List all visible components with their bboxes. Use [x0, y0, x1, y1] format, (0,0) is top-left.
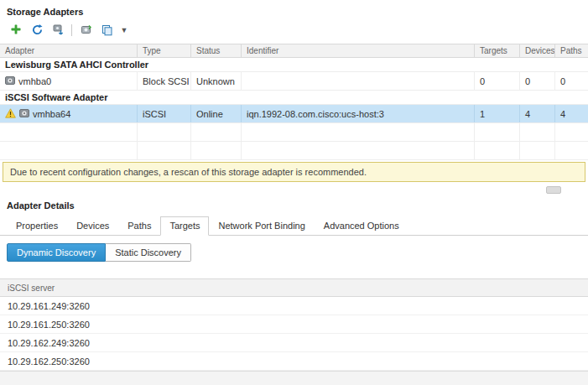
static-discovery-button[interactable]: Static Discovery: [106, 243, 191, 262]
iscsi-server-row[interactable]: 10.29.162.249:3260: [0, 334, 588, 352]
storage-adapters-panel: Storage Adapters: [0, 0, 588, 197]
adapter-row-vmhba64[interactable]: vmhba64 iSCSI Online iqn.1992-08.com.cis…: [0, 105, 588, 123]
iscsi-server-row[interactable]: 10.29.161.249:3260: [0, 297, 588, 315]
column-header-targets[interactable]: Targets: [475, 44, 520, 57]
warning-banner-text: Due to recent configuration changes, a r…: [10, 167, 367, 177]
rescan-storage-icon: [52, 23, 65, 38]
add-adapter-button[interactable]: [8, 23, 23, 38]
discovery-toggle: Dynamic Discovery Static Discovery: [7, 243, 191, 262]
toolbar-separator: [71, 24, 72, 36]
adapter-identifier: iqn.1992-08.com.cisco:ucs-host:3: [242, 105, 475, 122]
copy-icon: [101, 23, 113, 38]
adapter-group-iscsi: iSCSI Software Adapter: [0, 91, 588, 105]
bottom-panel-strip: [0, 371, 588, 385]
adapter-status: Unknown: [191, 72, 242, 90]
refresh-icon: [31, 23, 44, 38]
adapter-icon: [19, 108, 29, 120]
iscsi-server-row[interactable]: 10.29.162.250:3260: [0, 352, 588, 371]
adapter-identifier: [242, 72, 475, 90]
warning-icon: [5, 108, 16, 120]
column-header-paths[interactable]: Paths: [555, 44, 588, 57]
chevron-down-icon: ▼: [121, 27, 128, 34]
adapter-name: vmhba0: [18, 76, 51, 86]
adapter-name: vmhba64: [33, 109, 70, 119]
column-header-adapter[interactable]: Adapter: [0, 44, 138, 57]
adapter-type: iSCSI: [138, 105, 191, 122]
rescan-adapter-icon: [80, 23, 92, 38]
adapter-group-lewisburg: Lewisburg SATA AHCI Controller: [0, 58, 588, 72]
adapter-icon: [5, 75, 15, 87]
adapter-paths: 4: [555, 105, 588, 122]
adapter-devices: 4: [520, 105, 555, 122]
panel-title: Storage Adapters: [0, 0, 588, 21]
column-header-iscsi-server[interactable]: iSCSI server: [0, 278, 588, 297]
rescan-adapter-button[interactable]: [78, 23, 93, 38]
tab-advanced-options[interactable]: Advanced Options: [315, 216, 408, 236]
adapters-table-header: Adapter Type Status Identifier Targets D…: [0, 44, 588, 58]
refresh-button[interactable]: [29, 23, 44, 38]
tab-properties[interactable]: Properties: [7, 216, 67, 236]
empty-row: [0, 142, 588, 160]
empty-row: [0, 123, 588, 142]
tab-devices[interactable]: Devices: [67, 216, 118, 236]
rescan-storage-button[interactable]: [50, 23, 65, 38]
adapters-table: Adapter Type Status Identifier Targets D…: [0, 44, 588, 160]
column-header-type[interactable]: Type: [138, 44, 191, 57]
adapter-type: Block SCSI: [138, 72, 191, 90]
iscsi-server-table: iSCSI server 10.29.161.249:3260 10.29.16…: [0, 278, 588, 371]
column-header-status[interactable]: Status: [191, 44, 242, 57]
panel-splitter: [0, 182, 588, 197]
iscsi-server-row[interactable]: 10.29.161.250:3260: [0, 315, 588, 334]
adapter-row-vmhba0[interactable]: vmhba0 Block SCSI Unknown 0 0 0: [0, 72, 588, 91]
details-title: Adapter Details: [0, 197, 588, 215]
rescan-warning-banner: Due to recent configuration changes, a r…: [3, 162, 585, 182]
tab-paths[interactable]: Paths: [118, 216, 160, 236]
splitter-grip[interactable]: [546, 186, 561, 194]
adapter-status: Online: [191, 105, 242, 122]
adapter-paths: 0: [555, 72, 588, 90]
copy-dropdown-button[interactable]: ▼: [120, 23, 128, 38]
adapter-devices: 0: [520, 72, 555, 90]
toolbar: ▼: [0, 21, 588, 44]
column-header-devices[interactable]: Devices: [520, 44, 555, 57]
column-header-identifier[interactable]: Identifier: [242, 44, 475, 57]
dynamic-discovery-button[interactable]: Dynamic Discovery: [7, 243, 106, 262]
tab-targets[interactable]: Targets: [160, 216, 209, 236]
details-tabs: Properties Devices Paths Targets Network…: [0, 215, 588, 236]
tab-network-port-binding[interactable]: Network Port Binding: [209, 216, 314, 236]
add-adapter-icon: [10, 23, 22, 37]
adapter-targets: 1: [475, 105, 520, 122]
adapter-targets: 0: [475, 72, 520, 90]
copy-button[interactable]: [99, 23, 114, 38]
adapter-details-panel: Adapter Details Properties Devices Paths…: [0, 197, 588, 371]
